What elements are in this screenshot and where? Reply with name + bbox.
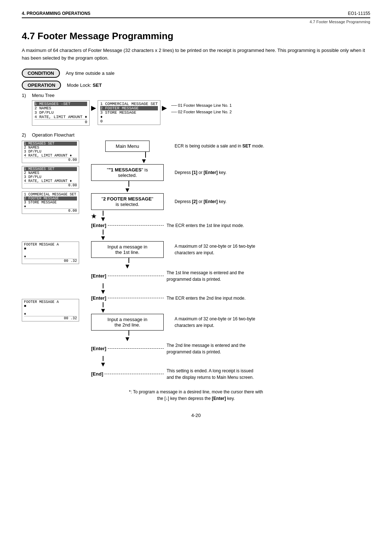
operation-row: OPERATION Mode Lock: SET (22, 81, 370, 90)
right-text-7: The ECR enters the 2nd line input mode. (167, 295, 245, 301)
right-text-1: ECR is being outside a sale and in SET m… (175, 143, 264, 149)
left-screens: 1 MESSAGES SET 2 NAMES 3 DP/PLU 4 RATE, … (22, 141, 85, 381)
right-text-8: A maximum of 32 one-byte or 16 two-bytec… (175, 316, 255, 329)
menu-box-1: 1 MESSAGES -SET 2 NAMES 3 DP/PLU 4 RATE,… (32, 100, 90, 126)
menu-tree: 1 MESSAGES -SET 2 NAMES 3 DP/PLU 4 RATE,… (32, 100, 370, 126)
section-title: 4.7 Footer Message Programming (22, 31, 370, 42)
enter-label-1: [Enter] (91, 223, 106, 228)
right-text-5: A maximum of 32 one-byte or 16 two-bytec… (175, 243, 255, 256)
page-number: 4-20 (191, 413, 201, 418)
tree-arrow-2: ▶ (160, 104, 168, 112)
arrow-down-1: ▼ (141, 158, 147, 164)
right-text-2: Depress [1] or [Enter] key. (175, 169, 226, 176)
condition-text: Any time outside a sale (66, 70, 114, 76)
right-text-3: Depress [2] or [Enter] key. (175, 198, 226, 205)
operation-text: Mode Lock: SET (67, 82, 102, 88)
right-text-9: The 2nd line message is entered and thep… (167, 342, 245, 355)
end-label: [End] (91, 371, 103, 377)
left-screen-5: FOOTER MESSAGE A ■ ♦ 00 .32 (22, 299, 79, 321)
left-screen-4: FOOTER MESSAGE A ■ ♦ 00 .32 (22, 242, 79, 264)
input-1st-box: Input a message inthe 1st line. (91, 241, 164, 258)
arrow-down-2: ▼ (124, 187, 131, 193)
side-label-1: ── 01 Footer Message Line No. 1 (171, 103, 232, 108)
right-text-10: This setting is ended. A long receipt is… (167, 368, 254, 381)
enter-label-2: [Enter] (91, 273, 106, 279)
condition-row: CONDITION Any time outside a sale (22, 69, 370, 78)
item2-label: Operation Flowchart (32, 132, 74, 138)
right-text-6: The 1st line message is entered and thep… (167, 270, 244, 283)
side-labels: ── 01 Footer Message Line No. 1 ── 02 Fo… (171, 103, 232, 114)
menu-box-2: 1 COMMERCIAL MESSAGE SET 2 FOOTER MESSAG… (98, 100, 160, 125)
footer-box: "2 FOOTER MESSAGE"is selected. (91, 193, 164, 210)
header-right: EO1-11155 (348, 11, 370, 16)
main-menu-box: Main Menu (105, 141, 150, 152)
flowchart-main: Main Menu ECR is being outside a sale an… (91, 141, 370, 381)
messages-box: ""1 MESSAGES" isselected. (91, 164, 164, 181)
side-label-2: ── 02 Footer Message Line No. 2 (171, 110, 232, 114)
left-screen-3: 1 COMMERCIAL MESSAGE SET 2 FOOTER MESSAG… (22, 191, 79, 214)
subheader: 4.7 Footer Message Programming (22, 20, 370, 24)
page-header: 4. PROGRAMMING OPERATIONS EO1-11155 (22, 11, 370, 18)
item2: 2) Operation Flowchart 1 MESSAGES SET 2 … (22, 132, 370, 402)
left-screen-1: 1 MESSAGES SET 2 NAMES 3 DP/PLU 4 RATE, … (22, 141, 79, 163)
enter-label-3: [Enter] (91, 295, 106, 301)
intro-text: A maximum of 64 characters of Footer Mes… (22, 47, 370, 62)
condition-badge: CONDITION (22, 69, 60, 78)
right-text-4: The ECR enters the 1st line input mode. (167, 222, 244, 229)
flowchart-container: 1 MESSAGES SET 2 NAMES 3 DP/PLU 4 RATE, … (22, 141, 370, 381)
operation-badge: OPERATION (22, 81, 61, 90)
input-2nd-box: Input a message inthe 2nd line. (91, 314, 164, 331)
page-footer: 4-20 (22, 413, 370, 418)
tree-arrow-1: ▶ (90, 104, 98, 112)
item1-label: Menu Tree (32, 93, 54, 98)
item1: 1) Menu Tree 1 MESSAGES -SET 2 NAMES 3 D… (22, 93, 370, 126)
left-screen-2: 1 MESSAGES SET 2 NAMES 3 DP/PLU 4 RATE, … (22, 166, 79, 189)
star-marker: ★ (91, 213, 98, 220)
footnote: *: To program a message in a desired lin… (22, 389, 370, 402)
operation-bold: SET (93, 82, 102, 88)
enter-label-4: [Enter] (91, 346, 106, 351)
header-left: 4. PROGRAMMING OPERATIONS (22, 11, 90, 16)
